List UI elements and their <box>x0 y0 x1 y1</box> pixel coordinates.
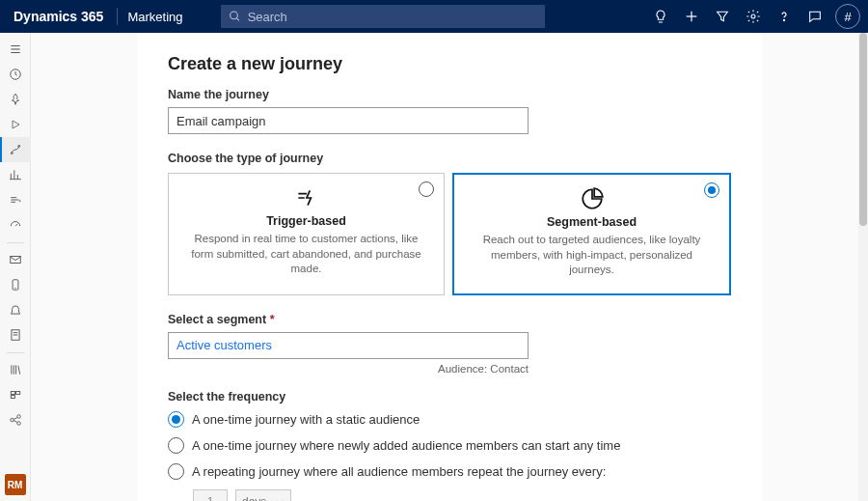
svg-point-5 <box>783 19 784 20</box>
card-title: Trigger-based <box>186 214 426 228</box>
lightning-icon <box>294 185 319 210</box>
nav-divider <box>0 237 31 247</box>
svg-point-4 <box>751 14 755 18</box>
search-icon <box>229 10 241 23</box>
app-badge[interactable]: RM <box>5 474 26 495</box>
journey-form-panel: Create a new journey Name the journey Ch… <box>137 33 762 501</box>
svg-line-1 <box>237 18 240 21</box>
type-card-trigger[interactable]: Trigger-based Respond in real time to cu… <box>168 173 445 295</box>
nav-mobile-icon[interactable] <box>0 272 31 297</box>
radio-unselected-icon <box>168 437 184 454</box>
nav-trigger-icon[interactable] <box>0 187 31 212</box>
filter-icon[interactable] <box>708 0 737 33</box>
brand-name: Dynamics 365 <box>14 9 103 24</box>
freq-option-once-new[interactable]: A one-time journey where newly added aud… <box>168 437 731 454</box>
frequency-label: Select the frequency <box>168 390 731 404</box>
page-title: Create a new journey <box>168 54 731 74</box>
top-bar: Dynamics 365 Marketing # <box>0 0 868 33</box>
nav-speed-icon[interactable] <box>0 212 31 237</box>
top-icons: # <box>646 0 860 33</box>
nav-pin-icon[interactable] <box>0 87 31 112</box>
card-title: Segment-based <box>472 215 712 229</box>
select-value: days <box>242 495 266 501</box>
repeat-count-input <box>193 489 228 501</box>
option-label: A repeating journey where all audience m… <box>192 464 606 479</box>
nav-recent-icon[interactable] <box>0 62 31 87</box>
chat-icon[interactable] <box>800 0 829 33</box>
svg-rect-20 <box>15 392 19 395</box>
pie-segment-icon <box>580 186 605 211</box>
segment-input[interactable] <box>168 332 529 359</box>
svg-point-12 <box>17 146 19 148</box>
lightbulb-icon[interactable] <box>646 0 675 33</box>
global-search[interactable] <box>221 5 545 28</box>
option-label: A one-time journey with a static audienc… <box>192 412 420 427</box>
radio-selected-icon <box>168 411 184 428</box>
nav-bell-icon[interactable] <box>0 297 31 322</box>
chevron-down-icon <box>275 497 285 501</box>
radio-unselected-icon <box>168 463 184 480</box>
nav-library-icon[interactable] <box>0 357 31 382</box>
nav-connected-icon[interactable] <box>0 407 31 432</box>
scrollbar-track[interactable] <box>858 33 868 501</box>
repeat-unit-select: days <box>235 489 291 501</box>
radio-selected-icon <box>704 182 719 198</box>
nav-play-icon[interactable] <box>0 112 31 137</box>
content-area: Create a new journey Name the journey Ch… <box>31 33 868 501</box>
journey-name-input[interactable] <box>168 107 529 134</box>
module-name[interactable]: Marketing <box>127 10 182 24</box>
nav-hamburger-icon[interactable] <box>0 37 31 62</box>
nav-email-icon[interactable] <box>0 247 31 272</box>
nav-journeys-icon[interactable] <box>0 137 31 162</box>
search-input[interactable] <box>248 10 538 24</box>
add-icon[interactable] <box>677 0 706 33</box>
freq-option-repeating[interactable]: A repeating journey where all audience m… <box>168 463 731 480</box>
svg-point-24 <box>16 422 20 426</box>
svg-rect-21 <box>11 396 14 399</box>
nav-divider-2 <box>0 348 31 357</box>
svg-point-0 <box>231 12 238 19</box>
svg-point-22 <box>10 418 14 422</box>
svg-point-11 <box>11 153 13 154</box>
option-label: A one-time journey where newly added aud… <box>192 438 620 453</box>
nav-analytics-icon[interactable] <box>0 162 31 187</box>
svg-point-23 <box>16 415 20 419</box>
segment-label: Select a segment * <box>168 313 731 326</box>
svg-marker-10 <box>13 121 19 128</box>
nav-assets-icon[interactable] <box>0 382 31 407</box>
name-label: Name the journey <box>168 88 731 101</box>
type-card-segment[interactable]: Segment-based Reach out to targeted audi… <box>452 173 731 295</box>
nav-form-icon[interactable] <box>0 322 31 348</box>
audience-note: Audience: Contact <box>168 363 529 375</box>
card-desc: Reach out to targeted audiences, like lo… <box>472 233 712 278</box>
gear-icon[interactable] <box>739 0 768 33</box>
freq-option-once-static[interactable]: A one-time journey with a static audienc… <box>168 411 731 428</box>
radio-unselected-icon <box>419 181 434 197</box>
type-label: Choose the type of journey <box>168 152 731 165</box>
left-nav: RM <box>0 33 31 501</box>
brand-divider <box>117 8 118 25</box>
scrollbar-thumb[interactable] <box>859 33 867 226</box>
avatar[interactable]: # <box>835 4 860 29</box>
help-icon[interactable] <box>770 0 799 33</box>
svg-rect-19 <box>11 392 14 395</box>
svg-rect-13 <box>10 257 20 264</box>
card-desc: Respond in real time to customer actions… <box>186 232 426 277</box>
